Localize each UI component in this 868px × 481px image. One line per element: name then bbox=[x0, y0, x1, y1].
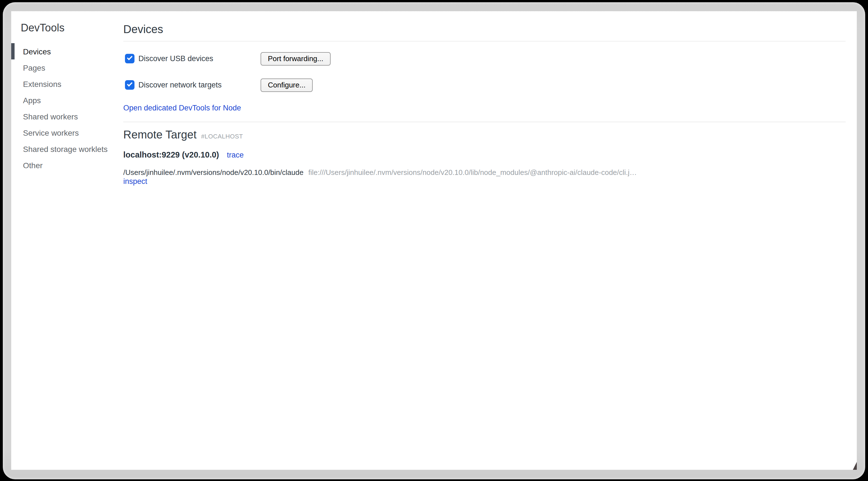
page-title: Devices bbox=[123, 23, 845, 36]
inspect-page: DevTools Devices Pages Extensions Apps S… bbox=[11, 11, 857, 470]
inspect-link[interactable]: inspect bbox=[123, 177, 147, 185]
sidebar-item-label: Shared storage worklets bbox=[23, 144, 107, 153]
sidebar-item-pages[interactable]: Pages bbox=[11, 59, 123, 76]
discover-network-row: Discover network targets Configure... bbox=[123, 78, 845, 92]
sidebar-item-label: Devices bbox=[23, 47, 51, 56]
discover-usb-checkbox[interactable] bbox=[125, 54, 134, 63]
discover-network-label: Discover network targets bbox=[138, 81, 222, 89]
sidebar-item-label: Apps bbox=[23, 96, 41, 104]
open-node-devtools-link[interactable]: Open dedicated DevTools for Node bbox=[123, 104, 241, 112]
trace-link[interactable]: trace bbox=[227, 151, 244, 159]
process-path: /Users/jinhuilee/.nvm/versions/node/v20.… bbox=[123, 168, 304, 177]
sidebar-item-extensions[interactable]: Extensions bbox=[11, 76, 123, 92]
sidebar-title: DevTools bbox=[11, 22, 123, 34]
checkmark-icon bbox=[127, 81, 132, 87]
sidebar-item-other[interactable]: Other bbox=[11, 157, 123, 173]
port-forwarding-button[interactable]: Port forwarding... bbox=[260, 52, 331, 65]
sidebar-item-label: Pages bbox=[23, 63, 45, 72]
sidebar-item-apps[interactable]: Apps bbox=[11, 92, 123, 108]
checkmark-icon bbox=[127, 55, 132, 60]
configure-button[interactable]: Configure... bbox=[260, 78, 313, 92]
discover-usb-label: Discover USB devices bbox=[138, 54, 213, 63]
target-properties: /Users/jinhuilee/.nvm/versions/node/v20.… bbox=[123, 168, 845, 177]
app-window: DevTools Devices Pages Extensions Apps S… bbox=[3, 2, 865, 479]
main-panel: Devices Discover USB devices Port forwar… bbox=[123, 11, 857, 470]
resize-grip[interactable] bbox=[853, 462, 857, 470]
sidebar-item-shared-workers[interactable]: Shared workers bbox=[11, 108, 123, 124]
target-name: localhost:9229 (v20.10.0) bbox=[123, 150, 219, 159]
remote-target-section: Remote Target #LOCALHOST localhost:9229 … bbox=[123, 122, 845, 186]
sidebar-item-devices[interactable]: Devices bbox=[11, 43, 123, 59]
discover-network-checkbox[interactable] bbox=[125, 80, 134, 90]
sidebar-item-service-workers[interactable]: Service workers bbox=[11, 124, 123, 141]
screen: DevTools Devices Pages Extensions Apps S… bbox=[0, 0, 868, 481]
discover-usb-row: Discover USB devices Port forwarding... bbox=[123, 52, 845, 66]
sidebar-item-label: Other bbox=[23, 160, 42, 170]
sidebar-item-label: Extensions bbox=[23, 79, 61, 88]
sidebar-item-label: Service workers bbox=[23, 128, 79, 137]
sidebar: DevTools Devices Pages Extensions Apps S… bbox=[11, 11, 123, 470]
remote-target-heading: Remote Target bbox=[123, 128, 197, 141]
file-url: file:///Users/jinhuilee/.nvm/versions/no… bbox=[308, 168, 637, 177]
sidebar-item-label: Shared workers bbox=[23, 112, 78, 121]
sidebar-item-shared-storage-worklets[interactable]: Shared storage worklets bbox=[11, 141, 123, 157]
localhost-tag: #LOCALHOST bbox=[201, 133, 243, 140]
